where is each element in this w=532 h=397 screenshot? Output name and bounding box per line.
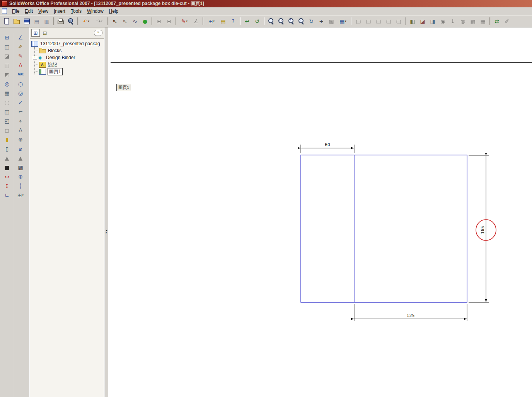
camera-view-button[interactable]: ◉▾ [438,17,447,26]
document-icon[interactable] [2,8,7,14]
expand-plus-icon[interactable]: + [33,56,37,60]
lasso-select-button[interactable]: ∿▾ [130,17,140,26]
revision-symbol-button[interactable]: ▲▾ [16,153,25,163]
dimension-60-text[interactable]: 60 [325,142,330,147]
center-mark-button[interactable]: ⊕▾ [16,172,25,181]
menu-file[interactable]: File [9,8,22,14]
dropdown-arrow-icon[interactable]: ▾ [186,20,188,23]
tree-item-sheet1[interactable]: 圖頁1 [35,68,104,75]
zoom-in-out-button[interactable]: ±▾ [286,17,296,26]
empty-view-button[interactable]: ▯▾ [2,144,12,153]
hidden-lines-visible-button[interactable]: ▢▾ [364,17,373,26]
menu-view[interactable]: View [36,8,51,14]
menu-window[interactable]: Window [84,8,106,14]
curvature-button[interactable]: ◨▾ [428,17,437,26]
shadows-button[interactable]: ◧▾ [408,17,417,26]
note-button[interactable]: A▾ [16,61,25,70]
rebuild-warning-icon[interactable]: ▲▾ [2,153,12,163]
make-drawing-from-part-button[interactable]: ▤▾ [32,17,41,26]
geometric-tolerance-button[interactable]: ⌖▾ [16,116,25,126]
panel-splitter[interactable]: ◂ ▸ [104,27,108,397]
broken-out-section-button[interactable]: ◌▾ [2,98,12,107]
print-button[interactable]: ▾ [56,17,65,26]
aligned-section-view-button[interactable]: ◩▾ [2,70,12,79]
undo-button[interactable]: ↶▾ [80,17,92,26]
auto-balloon-button[interactable]: ◎▾ [16,89,25,98]
splitter-handle-icon[interactable]: ◂ ▸ [105,229,108,234]
break-view-button[interactable]: ◫▾ [2,107,12,116]
note-button[interactable]: ▤▾ [218,17,228,26]
spell-checker-button[interactable]: ABC▾ [16,70,25,79]
sketch-button[interactable]: ✎▾ [178,17,191,26]
open-button[interactable]: ▾ [12,17,21,26]
new-document-button[interactable]: ▾ [2,17,11,26]
tables-button[interactable]: ⊞▾ [14,191,27,200]
grid-settings-button[interactable]: ⊞▾ [154,17,164,26]
tree-item-blocks[interactable]: Blocks [35,47,104,54]
hidden-lines-removed-button[interactable]: ▢▾ [374,17,383,26]
menu-edit[interactable]: Edit [22,8,36,14]
model-view-button[interactable]: ⊞▾ [2,33,12,42]
zoom-to-fit-button[interactable]: ▾ [266,17,276,26]
tree-root-item[interactable]: 13112007_presented packag [31,40,104,47]
dropdown-arrow-icon[interactable]: ▾ [213,20,215,23]
print-preview-button[interactable]: ▤▾ [66,17,75,26]
datum-target-button[interactable]: ⊕▾ [16,135,25,144]
hole-callout-button[interactable]: ⌀▾ [16,144,25,153]
menu-tools[interactable]: Tools [68,8,84,14]
section-view-button[interactable]: ◫▾ [2,61,12,70]
redo-button[interactable]: ↷▾ [93,17,106,26]
centerline-button[interactable]: ╎▾ [16,181,25,191]
redraw-button[interactable]: ↺▾ [252,17,262,26]
select-other-button[interactable]: ↖▾ [120,17,130,26]
smart-dimension-button[interactable]: ∠▾ [191,17,201,26]
select-button[interactable]: ↖▾ [110,17,119,26]
dropdown-arrow-icon[interactable]: ▾ [101,20,103,23]
rotate-view-button[interactable]: ↻▾ [307,17,316,26]
draft-quality-button[interactable]: ▩▾ [468,17,477,26]
crop-view-button[interactable]: ◰▾ [2,116,12,126]
property-manager-tab[interactable]: ⊟ [41,29,49,37]
tree-item-annotations[interactable]: 註記 [35,61,104,68]
dimension-165[interactable] [469,156,489,302]
standard-3-view-button[interactable]: ▦▾ [2,89,12,98]
update-view-button[interactable]: ▮▾ [2,135,12,144]
area-fill-button[interactable]: ■▾ [2,163,12,172]
projected-view-button[interactable]: ◫▾ [2,42,12,51]
menu-help[interactable]: Help [106,8,121,14]
detail-view-button[interactable]: ◎▾ [2,79,12,89]
dropdown-arrow-icon[interactable]: ▾ [88,20,90,23]
large-assembly-mode-button[interactable]: ▦▾ [478,17,488,26]
dimension-style-button[interactable]: ✎▾ [16,51,25,61]
3d-drawing-view-button[interactable]: ▧▾ [327,17,336,26]
vertical-dimension-button[interactable]: ↕▾ [2,181,12,191]
drawing-sheet[interactable]: 60 165 125 [108,27,532,397]
tables-button[interactable]: ⊞▾ [205,17,218,26]
panel-more-button[interactable]: » [94,30,102,36]
zoom-to-selection-button[interactable]: ◦▾ [297,17,306,26]
undo-view-button[interactable]: ↩▾ [242,17,252,26]
dropdown-arrow-icon[interactable]: ▾ [22,194,24,197]
selection-filter-button[interactable]: ●▾ [140,17,150,26]
pan-button[interactable]: +▾ [317,17,326,26]
make-assembly-from-part-button[interactable]: ▥▾ [42,17,51,26]
alternate-position-view-button[interactable]: ◻▾ [2,126,12,135]
surface-finish-button[interactable]: ✓▾ [16,98,25,107]
die-cut-rectangle[interactable] [301,155,467,302]
dropdown-arrow-icon[interactable]: ▾ [345,20,346,23]
realview-button[interactable]: ◍▾ [458,17,467,26]
hyperlink-button[interactable]: ⇄▾ [492,17,501,26]
horizontal-dimension-button[interactable]: ↔▾ [2,172,12,181]
tree-item-design-binder[interactable]: + Design Binder [35,54,104,61]
dimension-165-text[interactable]: 165 [480,226,485,234]
help-button[interactable]: ?▾ [228,17,238,26]
weld-symbol-button[interactable]: ⌐▾ [16,107,25,116]
shaded-button[interactable]: ▢▾ [394,17,403,26]
auxiliary-view-button[interactable]: ◪▾ [2,51,12,61]
save-button[interactable]: ▾ [22,17,31,26]
shaded-with-edges-button[interactable]: ▢▾ [384,17,393,26]
menu-insert[interactable]: Insert [51,8,68,14]
section-view-display-button[interactable]: ◪▾ [418,17,427,26]
sheet-name-label[interactable]: 圖頁1 [116,84,131,91]
balloon-button[interactable]: ○▾ [16,79,25,89]
